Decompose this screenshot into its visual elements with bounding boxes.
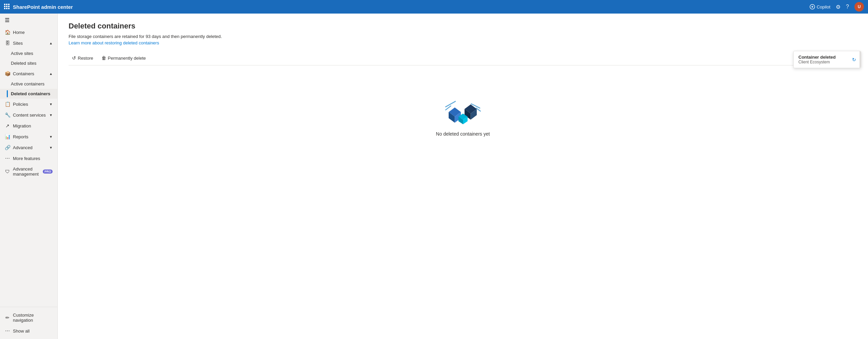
sites-chevron-icon: ▲ xyxy=(49,41,53,45)
advanced-icon: 🔗 xyxy=(5,145,10,150)
sidebar-item-deleted-containers[interactable]: Deleted containers xyxy=(0,89,57,99)
migration-label: Migration xyxy=(13,123,31,128)
layout: ☰ 🏠 Home 🗄 Sites ▲ Active sites Deleted … xyxy=(0,14,868,339)
reports-label: Reports xyxy=(13,134,29,139)
content-services-chevron-icon: ▼ xyxy=(49,113,53,117)
restore-label: Restore xyxy=(78,56,93,61)
advanced-chevron-icon: ▼ xyxy=(49,146,53,149)
svg-line-22 xyxy=(476,108,480,111)
policies-label: Policies xyxy=(13,102,28,107)
sidebar-item-content-services[interactable]: 🔧 Content services ▼ xyxy=(0,109,57,120)
content-services-icon: 🔧 xyxy=(5,112,10,118)
pro-badge: PRO xyxy=(43,170,53,174)
reports-icon: 📊 xyxy=(5,134,10,139)
toast-content: Container deleted Client Ecosystem xyxy=(798,55,836,64)
sidebar-item-customize-navigation[interactable]: ✏ Customize navigation xyxy=(0,310,57,325)
permanently-delete-button[interactable]: 🗑 Permanently delete xyxy=(98,54,149,62)
permanently-delete-label: Permanently delete xyxy=(108,56,146,61)
main-content: Deleted containers File storage containe… xyxy=(58,14,868,339)
sites-icon: 🗄 xyxy=(5,40,10,46)
svg-rect-8 xyxy=(8,8,10,9)
sidebar-bottom: ✏ Customize navigation ⋯ Show all xyxy=(0,307,57,339)
containers-chevron-icon: ▲ xyxy=(49,72,53,76)
grid-icon[interactable] xyxy=(4,4,10,10)
deleted-sites-label: Deleted sites xyxy=(11,61,36,66)
sidebar-item-show-all[interactable]: ⋯ Show all xyxy=(0,325,57,336)
customize-navigation-label: Customize navigation xyxy=(13,313,53,323)
deleted-containers-label: Deleted containers xyxy=(11,91,50,96)
home-label: Home xyxy=(13,30,25,35)
toast-scrollbar xyxy=(860,51,861,68)
svg-rect-0 xyxy=(4,4,5,5)
advanced-management-label: Advanced management xyxy=(13,166,39,177)
sidebar-item-active-containers[interactable]: Active containers xyxy=(0,79,57,89)
sidebar-item-reports[interactable]: 📊 Reports ▼ xyxy=(0,131,57,142)
svg-rect-5 xyxy=(8,6,10,7)
advanced-label: Advanced xyxy=(13,145,33,150)
user-avatar[interactable]: U xyxy=(854,2,864,12)
toast-title: Container deleted xyxy=(798,55,836,60)
sidebar-item-containers[interactable]: 📦 Containers ▲ xyxy=(0,68,57,79)
svg-rect-7 xyxy=(6,8,7,9)
reports-chevron-icon: ▼ xyxy=(49,135,53,139)
sidebar-item-migration[interactable]: ↗ Migration xyxy=(0,120,57,131)
migration-icon: ↗ xyxy=(5,123,10,128)
sidebar-item-policies[interactable]: 📋 Policies ▼ xyxy=(0,99,57,109)
sidebar-nav: 🏠 Home 🗄 Sites ▲ Active sites Deleted si… xyxy=(0,27,57,307)
sidebar-item-advanced[interactable]: 🔗 Advanced ▼ xyxy=(0,142,57,153)
copilot-button[interactable]: Copilot xyxy=(810,4,830,9)
topbar: SharePoint admin center Copilot ⚙ ? U xyxy=(0,0,868,14)
help-icon[interactable]: ? xyxy=(846,4,849,10)
home-icon: 🏠 xyxy=(5,29,10,35)
app-title: SharePoint admin center xyxy=(13,4,810,10)
copilot-label: Copilot xyxy=(817,4,830,9)
toolbar: ↺ Restore 🗑 Permanently delete xyxy=(69,51,857,65)
svg-rect-6 xyxy=(4,8,5,9)
info-link[interactable]: Learn more about restoring deleted conta… xyxy=(69,40,857,45)
empty-message: No deleted containers yet xyxy=(436,131,490,137)
empty-illustration xyxy=(443,95,483,126)
policies-chevron-icon: ▼ xyxy=(49,102,53,106)
more-features-label: More features xyxy=(13,156,40,161)
svg-rect-1 xyxy=(6,4,7,5)
sidebar-item-sites[interactable]: 🗄 Sites ▲ xyxy=(0,38,57,48)
active-containers-label: Active containers xyxy=(11,81,44,86)
hamburger-button[interactable]: ☰ xyxy=(0,14,57,27)
svg-rect-4 xyxy=(6,6,7,7)
sites-label: Sites xyxy=(13,41,23,46)
restore-icon: ↺ xyxy=(72,55,76,61)
settings-icon[interactable]: ⚙ xyxy=(836,4,841,10)
toast-refresh-icon[interactable]: ↻ xyxy=(852,57,856,62)
sidebar-item-deleted-sites[interactable]: Deleted sites xyxy=(0,58,57,68)
sidebar-item-home[interactable]: 🏠 Home xyxy=(0,27,57,38)
sidebar-item-more-features[interactable]: ⋯ More features xyxy=(0,153,57,164)
content-services-label: Content services xyxy=(13,113,46,118)
svg-rect-3 xyxy=(4,6,5,7)
sidebar-item-active-sites[interactable]: Active sites xyxy=(0,48,57,58)
sidebar-item-advanced-management[interactable]: 🛡 Advanced management PRO xyxy=(0,164,57,179)
containers-label: Containers xyxy=(13,71,34,76)
topbar-right: Copilot ⚙ ? U xyxy=(810,2,864,12)
show-all-icon: ⋯ xyxy=(5,328,10,334)
restore-button[interactable]: ↺ Restore xyxy=(69,54,97,62)
empty-state: No deleted containers yet xyxy=(69,68,857,164)
toast-subtitle: Client Ecosystem xyxy=(798,60,836,64)
delete-icon: 🗑 xyxy=(101,55,106,61)
advanced-management-icon: 🛡 xyxy=(5,169,10,174)
toast-notification: Container deleted Client Ecosystem ↻ xyxy=(793,51,861,68)
active-sites-label: Active sites xyxy=(11,51,33,56)
sidebar: ☰ 🏠 Home 🗄 Sites ▲ Active sites Deleted … xyxy=(0,14,58,339)
customize-nav-icon: ✏ xyxy=(5,315,10,320)
policies-icon: 📋 xyxy=(5,101,10,107)
show-all-label: Show all xyxy=(13,328,30,334)
svg-rect-2 xyxy=(8,4,10,5)
more-features-icon: ⋯ xyxy=(5,156,10,161)
containers-icon: 📦 xyxy=(5,71,10,76)
page-title: Deleted containers xyxy=(69,22,857,31)
info-description: File storage containers are retained for… xyxy=(69,34,857,39)
